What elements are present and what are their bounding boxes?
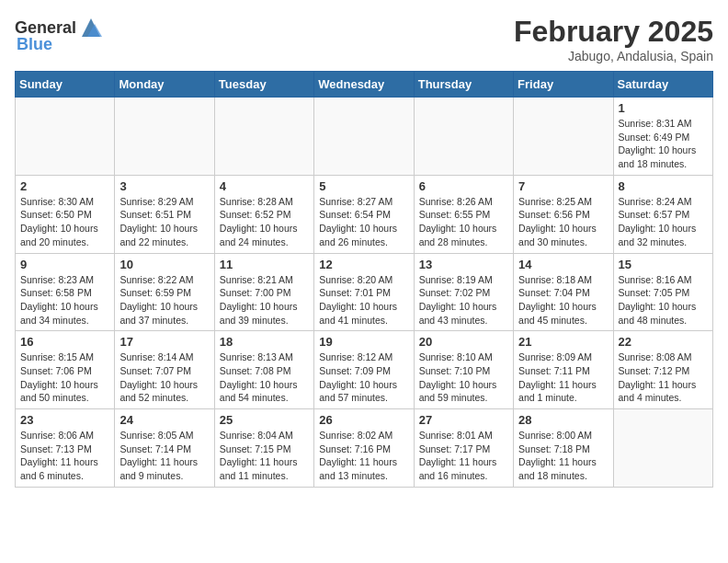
calendar-cell: 9Sunrise: 8:23 AM Sunset: 6:58 PM Daylig… — [16, 253, 115, 331]
day-info: Sunrise: 8:28 AM Sunset: 6:52 PM Dayligh… — [220, 195, 309, 249]
page-header: General Blue February 2025 Jabugo, Andal… — [15, 15, 713, 63]
day-number: 8 — [619, 179, 708, 193]
calendar-cell: 24Sunrise: 8:05 AM Sunset: 7:14 PM Dayli… — [115, 409, 214, 488]
calendar-cell — [613, 409, 712, 488]
calendar-cell: 15Sunrise: 8:16 AM Sunset: 7:05 PM Dayli… — [613, 253, 712, 331]
day-info: Sunrise: 8:09 AM Sunset: 7:11 PM Dayligh… — [518, 350, 608, 405]
day-number: 20 — [419, 335, 508, 349]
calendar-cell — [16, 98, 115, 176]
calendar-cell: 13Sunrise: 8:19 AM Sunset: 7:02 PM Dayli… — [414, 253, 513, 331]
day-number: 4 — [220, 179, 309, 193]
calendar-week-row: 16Sunrise: 8:15 AM Sunset: 7:06 PM Dayli… — [16, 331, 713, 409]
calendar-table: SundayMondayTuesdayWednesdayThursdayFrid… — [15, 71, 713, 488]
calendar-cell: 11Sunrise: 8:21 AM Sunset: 7:00 PM Dayli… — [214, 253, 313, 331]
day-info: Sunrise: 8:08 AM Sunset: 7:12 PM Dayligh… — [619, 350, 708, 405]
calendar-cell: 8Sunrise: 8:24 AM Sunset: 6:57 PM Daylig… — [613, 175, 712, 253]
calendar-cell: 19Sunrise: 8:12 AM Sunset: 7:09 PM Dayli… — [314, 331, 414, 409]
day-info: Sunrise: 8:06 AM Sunset: 7:13 PM Dayligh… — [20, 429, 109, 483]
day-number: 14 — [518, 258, 608, 271]
calendar-cell — [214, 98, 313, 176]
calendar-cell: 1Sunrise: 8:31 AM Sunset: 6:49 PM Daylig… — [613, 98, 712, 176]
calendar-week-row: 23Sunrise: 8:06 AM Sunset: 7:13 PM Dayli… — [16, 409, 713, 488]
calendar-cell: 26Sunrise: 8:02 AM Sunset: 7:16 PM Dayli… — [314, 409, 414, 488]
day-number: 26 — [319, 413, 408, 427]
day-number: 11 — [220, 258, 309, 271]
day-info: Sunrise: 8:18 AM Sunset: 7:04 PM Dayligh… — [518, 273, 608, 327]
day-info: Sunrise: 8:29 AM Sunset: 6:51 PM Dayligh… — [119, 195, 209, 249]
weekday-header-wednesday: Wednesday — [314, 72, 414, 98]
weekday-header-monday: Monday — [115, 72, 214, 98]
day-info: Sunrise: 8:00 AM Sunset: 7:18 PM Dayligh… — [518, 429, 608, 483]
day-info: Sunrise: 8:04 AM Sunset: 7:15 PM Dayligh… — [220, 429, 309, 483]
day-info: Sunrise: 8:27 AM Sunset: 6:54 PM Dayligh… — [319, 195, 408, 249]
month-year-title: February 2025 — [514, 15, 713, 49]
calendar-cell: 21Sunrise: 8:09 AM Sunset: 7:11 PM Dayli… — [514, 331, 613, 409]
day-number: 12 — [319, 258, 408, 271]
calendar-cell: 17Sunrise: 8:14 AM Sunset: 7:07 PM Dayli… — [115, 331, 214, 409]
weekday-header-row: SundayMondayTuesdayWednesdayThursdayFrid… — [16, 72, 713, 98]
calendar-week-row: 2Sunrise: 8:30 AM Sunset: 6:50 PM Daylig… — [16, 175, 713, 253]
day-number: 15 — [619, 258, 708, 271]
day-info: Sunrise: 8:25 AM Sunset: 6:56 PM Dayligh… — [518, 195, 608, 249]
calendar-cell: 7Sunrise: 8:25 AM Sunset: 6:56 PM Daylig… — [514, 175, 613, 253]
calendar-cell — [414, 98, 513, 176]
day-info: Sunrise: 8:22 AM Sunset: 6:59 PM Dayligh… — [119, 273, 209, 327]
day-info: Sunrise: 8:16 AM Sunset: 7:05 PM Dayligh… — [619, 273, 708, 327]
weekday-header-saturday: Saturday — [613, 72, 712, 98]
logo: General Blue — [15, 15, 104, 54]
calendar-cell: 12Sunrise: 8:20 AM Sunset: 7:01 PM Dayli… — [314, 253, 414, 331]
calendar-cell — [514, 98, 613, 176]
day-info: Sunrise: 8:26 AM Sunset: 6:55 PM Dayligh… — [419, 195, 508, 249]
calendar-cell: 23Sunrise: 8:06 AM Sunset: 7:13 PM Dayli… — [16, 409, 115, 488]
calendar-cell: 16Sunrise: 8:15 AM Sunset: 7:06 PM Dayli… — [16, 331, 115, 409]
day-number: 13 — [419, 258, 508, 271]
day-info: Sunrise: 8:19 AM Sunset: 7:02 PM Dayligh… — [419, 273, 508, 327]
day-number: 7 — [518, 179, 608, 193]
day-number: 6 — [419, 179, 508, 193]
day-info: Sunrise: 8:14 AM Sunset: 7:07 PM Dayligh… — [119, 350, 209, 405]
day-number: 27 — [419, 413, 508, 427]
day-number: 10 — [119, 258, 209, 271]
weekday-header-friday: Friday — [514, 72, 613, 98]
calendar-week-row: 9Sunrise: 8:23 AM Sunset: 6:58 PM Daylig… — [16, 253, 713, 331]
day-number: 18 — [220, 335, 309, 349]
day-number: 1 — [619, 101, 708, 115]
day-info: Sunrise: 8:10 AM Sunset: 7:10 PM Dayligh… — [419, 350, 508, 405]
calendar-cell: 2Sunrise: 8:30 AM Sunset: 6:50 PM Daylig… — [16, 175, 115, 253]
day-number: 28 — [518, 413, 608, 427]
day-number: 19 — [319, 335, 408, 349]
calendar-cell — [314, 98, 414, 176]
day-info: Sunrise: 8:23 AM Sunset: 6:58 PM Dayligh… — [20, 273, 109, 327]
day-info: Sunrise: 8:12 AM Sunset: 7:09 PM Dayligh… — [319, 350, 408, 405]
logo-icon — [78, 15, 104, 40]
weekday-header-thursday: Thursday — [414, 72, 513, 98]
day-info: Sunrise: 8:31 AM Sunset: 6:49 PM Dayligh… — [619, 117, 708, 171]
day-number: 16 — [20, 335, 109, 349]
day-number: 2 — [20, 179, 109, 193]
calendar-cell — [115, 98, 214, 176]
calendar-cell: 3Sunrise: 8:29 AM Sunset: 6:51 PM Daylig… — [115, 175, 214, 253]
weekday-header-tuesday: Tuesday — [214, 72, 313, 98]
day-number: 3 — [119, 179, 209, 193]
day-info: Sunrise: 8:20 AM Sunset: 7:01 PM Dayligh… — [319, 273, 408, 327]
calendar-cell: 18Sunrise: 8:13 AM Sunset: 7:08 PM Dayli… — [214, 331, 313, 409]
day-number: 5 — [319, 179, 408, 193]
day-number: 9 — [20, 258, 109, 271]
location-subtitle: Jabugo, Andalusia, Spain — [514, 49, 713, 63]
calendar-cell: 27Sunrise: 8:01 AM Sunset: 7:17 PM Dayli… — [414, 409, 513, 488]
title-area: February 2025 Jabugo, Andalusia, Spain — [514, 15, 713, 63]
calendar-cell: 14Sunrise: 8:18 AM Sunset: 7:04 PM Dayli… — [514, 253, 613, 331]
day-info: Sunrise: 8:30 AM Sunset: 6:50 PM Dayligh… — [20, 195, 109, 249]
calendar-cell: 20Sunrise: 8:10 AM Sunset: 7:10 PM Dayli… — [414, 331, 513, 409]
calendar-cell: 22Sunrise: 8:08 AM Sunset: 7:12 PM Dayli… — [613, 331, 712, 409]
calendar-cell: 4Sunrise: 8:28 AM Sunset: 6:52 PM Daylig… — [214, 175, 313, 253]
day-info: Sunrise: 8:05 AM Sunset: 7:14 PM Dayligh… — [119, 429, 209, 483]
day-info: Sunrise: 8:01 AM Sunset: 7:17 PM Dayligh… — [419, 429, 508, 483]
calendar-cell: 10Sunrise: 8:22 AM Sunset: 6:59 PM Dayli… — [115, 253, 214, 331]
calendar-cell: 28Sunrise: 8:00 AM Sunset: 7:18 PM Dayli… — [514, 409, 613, 488]
logo-blue: Blue — [17, 35, 52, 54]
day-number: 22 — [619, 335, 708, 349]
day-number: 17 — [119, 335, 209, 349]
day-info: Sunrise: 8:13 AM Sunset: 7:08 PM Dayligh… — [220, 350, 309, 405]
day-number: 24 — [119, 413, 209, 427]
